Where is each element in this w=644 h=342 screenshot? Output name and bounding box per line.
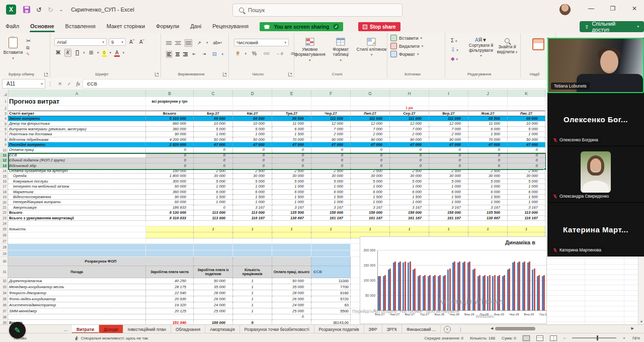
cell[interactable] xyxy=(233,106,272,111)
cell[interactable]: 10 000 xyxy=(508,121,545,126)
cell[interactable]: Оплата праці xyxy=(8,147,146,152)
cell[interactable]: Кількість xyxy=(8,226,146,232)
sheet-tab-6[interactable]: Розрахунок податків xyxy=(314,325,364,333)
cell[interactable]: 0 xyxy=(429,158,468,163)
column-header-B[interactable]: B xyxy=(146,90,194,97)
cell[interactable]: 2 000 xyxy=(390,132,429,137)
cell[interactable]: 360 000 xyxy=(146,190,194,195)
cell[interactable]: 111 000 xyxy=(429,116,468,121)
cell[interactable]: 0 xyxy=(311,163,351,168)
cell[interactable]: 1 xyxy=(233,284,272,290)
cell[interactable]: 26 000 xyxy=(272,296,311,302)
column-header-D[interactable]: D xyxy=(233,90,272,97)
cell[interactable]: 151 340 xyxy=(146,320,194,324)
cell[interactable]: 90 000 xyxy=(311,137,351,142)
cell[interactable]: 30 000 xyxy=(272,174,311,179)
cell[interactable]: ЄСВ xyxy=(311,266,351,278)
cell[interactable]: 2 000 xyxy=(429,132,468,137)
cell[interactable]: 63 xyxy=(311,302,351,308)
enter-icon[interactable]: ✓ xyxy=(67,81,71,87)
cell[interactable]: 47 000 xyxy=(390,142,429,147)
cell[interactable]: 0 xyxy=(468,153,508,158)
cell[interactable]: 6 000 xyxy=(429,190,468,195)
cell[interactable]: 30 000 xyxy=(233,174,272,179)
cell[interactable]: 1 000 xyxy=(508,132,545,137)
save-icon[interactable] xyxy=(23,6,30,13)
cell[interactable]: 2 500 xyxy=(390,168,429,174)
fx-icon[interactable]: fx xyxy=(76,81,80,87)
align-bottom-icon[interactable] xyxy=(185,39,192,47)
zoom-in-button[interactable]: + xyxy=(623,336,625,340)
cell[interactable]: 0 xyxy=(390,158,429,163)
cell[interactable]: 30 000 xyxy=(508,174,545,179)
format-cells-button[interactable]: Формат▾ xyxy=(390,51,442,57)
cell[interactable]: 3 167 xyxy=(351,205,390,210)
cell[interactable]: 1 000 xyxy=(194,200,233,205)
cell[interactable] xyxy=(194,97,233,106)
cell[interactable]: 1 xyxy=(233,302,272,308)
cell[interactable] xyxy=(146,232,194,238)
cell[interactable]: Директор/власник xyxy=(8,278,146,284)
cell[interactable]: 1 рік xyxy=(390,106,429,111)
cell[interactable]: Єдиний податок (ФОП 2 групи) xyxy=(8,158,146,163)
cell[interactable]: 5 000 xyxy=(272,179,311,184)
cell[interactable]: 0 xyxy=(146,147,194,152)
clear-icon[interactable]: ◆ ▾ xyxy=(449,55,460,62)
cell[interactable]: 1 000 xyxy=(272,200,311,205)
cell[interactable]: 0 xyxy=(233,147,272,152)
chevron-down-icon[interactable]: ▾ xyxy=(83,51,85,55)
cell[interactable]: 113 000 xyxy=(194,210,233,215)
cell[interactable]: 3 167 xyxy=(429,205,468,210)
cell[interactable] xyxy=(194,232,233,238)
row-header-28[interactable]: 28 xyxy=(0,244,8,250)
cell[interactable]: 2 500 xyxy=(233,168,272,174)
cell[interactable]: 0 xyxy=(351,163,390,168)
cell[interactable] xyxy=(311,244,351,250)
cell[interactable]: Бер.27 xyxy=(194,111,233,116)
cell[interactable]: Декор та флористика xyxy=(8,121,146,126)
cell[interactable]: 50 000 xyxy=(508,137,545,142)
row-header-11[interactable]: 11 xyxy=(0,153,8,158)
cell[interactable]: всі розрахунки у грн xyxy=(146,97,194,106)
cell[interactable]: 66 000 xyxy=(508,116,545,121)
sheet-tab-1[interactable]: Доходи xyxy=(99,325,123,333)
cell[interactable] xyxy=(194,106,233,111)
cell[interactable]: 12 000 xyxy=(351,121,390,126)
cell[interactable]: Всього з урахуванням амортизації xyxy=(8,216,146,221)
orientation-icon[interactable]: ↗ xyxy=(196,40,203,46)
merge-center-icon[interactable]: ⊟ xyxy=(211,51,218,58)
avatar[interactable] xyxy=(559,4,571,15)
cell[interactable]: Флорист-декоратор xyxy=(8,290,146,296)
cell[interactable]: 0 xyxy=(272,153,311,158)
cell[interactable]: 0 xyxy=(146,163,194,168)
cell[interactable]: 12 000 xyxy=(311,121,351,126)
cell[interactable]: 2 500 xyxy=(508,168,545,174)
column-header-E[interactable]: E xyxy=(272,90,311,97)
cell[interactable]: 8 130 000 xyxy=(146,210,194,215)
font-color-icon[interactable]: А xyxy=(114,49,120,56)
cell[interactable]: 30 000 xyxy=(351,174,390,179)
row-header-14[interactable]: 14 xyxy=(0,168,8,174)
conditional-formatting-button[interactable]: Умовне форматування▾ xyxy=(294,33,326,78)
add-sheet-button[interactable]: + xyxy=(444,326,451,333)
row-header-22[interactable]: 22 xyxy=(0,210,8,215)
cell[interactable]: 3 167 xyxy=(508,205,545,210)
row-header-21[interactable]: 21 xyxy=(0,205,8,210)
ribbon-tab-0[interactable]: Файл xyxy=(0,20,25,32)
cell[interactable]: 0 xyxy=(351,153,390,158)
row-header-2[interactable]: 2 xyxy=(0,106,8,111)
cell[interactable]: 1 000 xyxy=(233,200,272,205)
cell[interactable]: 6 000 xyxy=(390,190,429,195)
page-break-view-button[interactable] xyxy=(550,335,557,341)
cell[interactable]: Інтернет та мобільний зв'язок xyxy=(8,184,146,189)
insert-cells-button[interactable]: Вставити▾ xyxy=(390,35,442,41)
cell[interactable]: 20 125 xyxy=(146,308,194,314)
align-top-icon[interactable] xyxy=(166,40,172,46)
cell[interactable] xyxy=(311,250,351,257)
cell[interactable]: 1 000 xyxy=(351,200,390,205)
cell[interactable]: 24 000 xyxy=(272,302,311,308)
cell[interactable]: 1 000 xyxy=(468,184,508,189)
cell[interactable] xyxy=(272,238,311,244)
cell[interactable]: 0 xyxy=(468,147,508,152)
cell[interactable]: 11000 xyxy=(311,278,351,284)
